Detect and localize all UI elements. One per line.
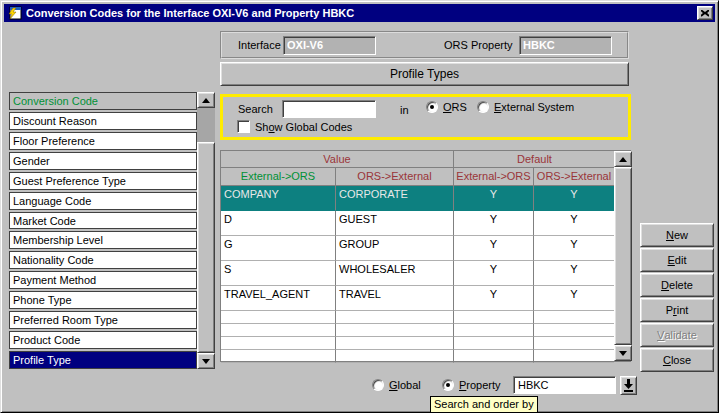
edit-button[interactable]: Edit	[640, 248, 714, 272]
grid-cell[interactable]: Y	[454, 211, 534, 236]
radio-ors[interactable]: ORS	[426, 101, 467, 113]
conversion-list-item[interactable]: Guest Preference Type	[9, 172, 197, 190]
grid-cell[interactable]: Y	[534, 261, 614, 286]
ors-property-label: ORS Property	[444, 39, 512, 51]
grid-cell[interactable]	[336, 324, 454, 337]
grid-cell[interactable]: Y	[534, 211, 614, 236]
grid-cell[interactable]: GROUP	[336, 236, 454, 261]
radio-global[interactable]: Global	[372, 379, 421, 391]
grid-row[interactable]	[221, 350, 615, 363]
scroll-down-icon[interactable]	[197, 353, 215, 369]
radio-global-circle[interactable]	[372, 379, 384, 391]
grid-row[interactable]: SWHOLESALERYY	[221, 261, 615, 286]
conversion-list-item[interactable]: Payment Method	[9, 271, 197, 289]
list-scrollbar[interactable]	[197, 92, 215, 369]
grid-cell[interactable]	[221, 324, 336, 337]
down-arrow-to-bar-icon	[623, 379, 634, 392]
grid-cell[interactable]	[336, 311, 454, 324]
property-code-field[interactable]: HBKC	[513, 376, 616, 394]
conversion-list-item[interactable]: Phone Type	[9, 291, 197, 309]
conversion-list-item[interactable]: Preferred Room Type	[9, 311, 197, 329]
search-label: Search	[238, 103, 273, 115]
radio-external-circle[interactable]	[477, 101, 489, 113]
radio-property[interactable]: Property	[442, 379, 501, 391]
interface-field[interactable]: OXI-V6	[283, 36, 376, 55]
validate-button[interactable]: Validate	[640, 323, 714, 347]
grid-cell[interactable]: S	[221, 261, 336, 286]
conversion-list-item[interactable]: Discount Reason	[9, 112, 197, 130]
grid-cell[interactable]	[454, 324, 534, 337]
ors-property-field[interactable]: HBKC	[519, 36, 612, 55]
column-header: ORS->External	[534, 168, 614, 186]
grid-row[interactable]	[221, 311, 615, 324]
grid-row[interactable]	[221, 324, 615, 337]
delete-button[interactable]: Delete	[640, 273, 714, 297]
grid-cell[interactable]	[221, 311, 336, 324]
scrollbar-thumb[interactable]	[614, 167, 632, 345]
grid-cell[interactable]	[454, 311, 534, 324]
grid-cell[interactable]	[221, 350, 336, 363]
new-button[interactable]: New	[640, 223, 714, 247]
show-global-codes-checkbox[interactable]: Show Global Codes	[237, 120, 352, 133]
grid-cell[interactable]: Y	[534, 286, 614, 311]
conversion-list-header: Conversion Code	[9, 92, 197, 110]
grid-row[interactable]: GGROUPYY	[221, 236, 615, 261]
grid-cell[interactable]: WHOLESALER	[336, 261, 454, 286]
grid-row[interactable]: DGUESTYY	[221, 211, 615, 236]
grid-cell[interactable]	[534, 337, 614, 350]
conversion-list-item[interactable]: Membership Level	[9, 231, 197, 249]
grid-row[interactable]: TRAVEL_AGENTTRAVELYY	[221, 286, 615, 311]
search-input[interactable]	[282, 100, 376, 118]
grid-cell[interactable]	[221, 337, 336, 350]
scroll-down-icon[interactable]	[614, 345, 632, 361]
grid-row[interactable]	[221, 337, 615, 350]
grid-cell[interactable]	[454, 337, 534, 350]
window-title: Conversion Codes for the Interface OXI-V…	[26, 7, 697, 19]
grid-cell[interactable]	[336, 337, 454, 350]
grid-cell[interactable]	[534, 311, 614, 324]
grid-row[interactable]: COMPANYCORPORATEYY	[221, 186, 615, 211]
grid-cell[interactable]: Y	[454, 186, 534, 211]
grid-cell[interactable]: Y	[454, 236, 534, 261]
profile-types-button[interactable]: Profile Types	[220, 62, 629, 86]
grid-scrollbar[interactable]	[614, 151, 632, 361]
grid-cell[interactable]	[534, 324, 614, 337]
grid-cell[interactable]: G	[221, 236, 336, 261]
grid-cell[interactable]	[336, 350, 454, 363]
grid-cell[interactable]: TRAVEL_AGENT	[221, 286, 336, 311]
print-button[interactable]: Print	[640, 298, 714, 322]
conversion-list-item[interactable]: Floor Preference	[9, 132, 197, 150]
grid-cell[interactable]: Y	[534, 186, 614, 211]
in-label: in	[400, 104, 409, 116]
grid-cell[interactable]	[534, 350, 614, 363]
conversion-list-item[interactable]: Product Code	[9, 331, 197, 349]
grid-cell[interactable]	[454, 350, 534, 363]
scroll-up-icon[interactable]	[614, 151, 632, 167]
grid-cell[interactable]: Y	[534, 236, 614, 261]
scroll-up-icon[interactable]	[197, 92, 215, 108]
conversion-list-item[interactable]: Nationality Code	[9, 251, 197, 269]
radio-ors-circle[interactable]	[426, 101, 438, 113]
radio-external-system[interactable]: External System	[477, 101, 574, 113]
conversion-list-item[interactable]: Market Code	[9, 212, 197, 230]
close-button[interactable]: Close	[640, 348, 714, 372]
conversion-list-item[interactable]: Gender	[9, 152, 197, 170]
grid-cell[interactable]: TRAVEL	[336, 286, 454, 311]
checkbox-box[interactable]	[237, 120, 250, 133]
radio-property-circle[interactable]	[442, 379, 454, 391]
grid-cell[interactable]: Y	[454, 261, 534, 286]
conversion-list-item[interactable]: Profile Type	[9, 351, 197, 369]
scrollbar-thumb[interactable]	[197, 142, 215, 353]
grid-cell[interactable]: Y	[454, 286, 534, 311]
form-lightning-icon	[7, 6, 22, 20]
lov-button[interactable]	[620, 376, 637, 395]
grid-cell[interactable]: COMPANY	[221, 186, 336, 211]
grid-cell[interactable]: CORPORATE	[336, 186, 454, 211]
title-bar[interactable]: Conversion Codes for the Interface OXI-V…	[4, 4, 715, 22]
close-icon[interactable]	[697, 6, 713, 20]
radio-ors-label: ORS	[443, 101, 467, 113]
interface-label: Interface	[238, 39, 281, 51]
grid-cell[interactable]: D	[221, 211, 336, 236]
conversion-list-item[interactable]: Language Code	[9, 192, 197, 210]
grid-cell[interactable]: GUEST	[336, 211, 454, 236]
